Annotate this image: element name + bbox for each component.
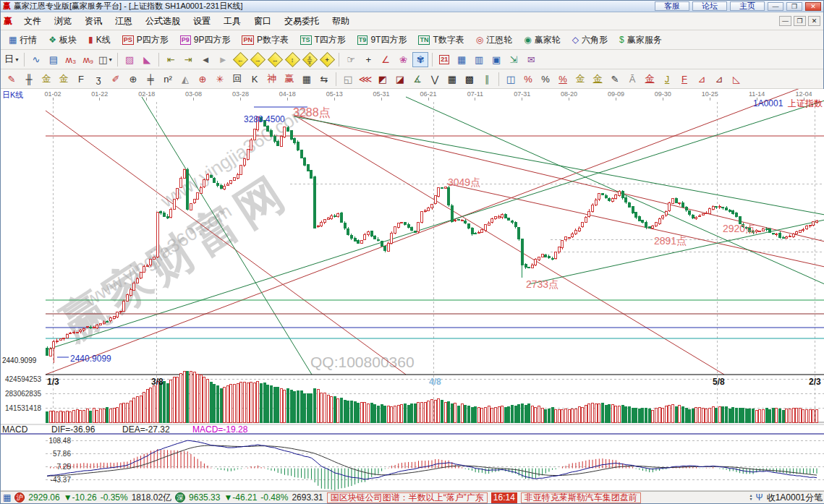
notepad-icon[interactable]: ▥ <box>471 52 487 67</box>
chart-region[interactable]: www.yingjia360.com 赢家财富网 www.yingjia360.… <box>1 89 824 492</box>
spiral-square-icon[interactable]: 回 <box>229 72 245 87</box>
brain-tool-icon[interactable]: ✾ <box>412 52 428 67</box>
h-span-icon[interactable]: ⇆ <box>316 72 332 87</box>
news-ticker-1[interactable]: 国区块链公司图谱：半数以上“落户”广东 <box>327 492 488 503</box>
p-number-button[interactable]: PNP数字表 <box>237 33 294 48</box>
fan-square-b-icon[interactable]: ◪ <box>392 72 408 87</box>
menu-item[interactable]: 帮助 <box>326 13 356 30</box>
info-doc-icon[interactable]: ▤ <box>46 52 61 67</box>
doc-close-button[interactable]: ✕ <box>808 16 820 26</box>
gold-circle-icon[interactable]: 金 <box>572 72 588 87</box>
go-last-icon[interactable]: ⇥ <box>180 52 196 67</box>
gann-vertical-icon[interactable]: ↕ <box>284 52 300 67</box>
gann-horizontal-icon[interactable]: ↔ <box>267 52 283 67</box>
gold-level-icon[interactable]: 金 <box>590 72 606 87</box>
angle-fan-icon[interactable]: ∡ <box>409 72 425 87</box>
ray-fan-icon[interactable]: ⋘ <box>357 72 373 87</box>
forum-button[interactable]: 论坛 <box>692 1 727 11</box>
speed-angle-icon[interactable]: ⊿ <box>694 72 710 87</box>
price-ruler-icon[interactable]: ▦ <box>299 72 315 87</box>
save-icon[interactable]: ▣ <box>488 52 504 67</box>
mirror-tool-icon[interactable]: ◭ <box>177 72 193 87</box>
doc-minimize-button[interactable]: — <box>779 16 791 26</box>
pct-tool-icon[interactable]: % <box>538 72 553 87</box>
gann-hgrid-icon[interactable]: ╫ <box>21 72 37 87</box>
hexagon-button[interactable]: ◇六角形 <box>567 33 613 48</box>
min3-chart-icon[interactable]: ʍ₃ <box>63 52 79 67</box>
dense-grid-b-icon[interactable]: ▩ <box>462 72 477 87</box>
trend-chart-icon[interactable]: ∿ <box>28 52 44 67</box>
go-first-icon[interactable]: ⇤ <box>163 52 179 67</box>
gann-compass-icon[interactable]: ⊕ <box>195 72 211 87</box>
minimize-button[interactable]: — <box>768 2 783 11</box>
circle-grid-icon[interactable]: ⊕ <box>125 72 141 87</box>
window-box-icon[interactable]: ◱ <box>340 72 356 87</box>
pct-level-icon[interactable]: % <box>555 72 571 87</box>
f-angle-icon[interactable]: F <box>676 72 692 87</box>
menu-item[interactable]: 浏览 <box>48 13 78 30</box>
menu-item[interactable]: 江恩 <box>109 13 139 30</box>
shen-tool-icon[interactable]: 神 <box>264 72 280 87</box>
go-prev-icon[interactable]: ◄ <box>197 52 213 67</box>
doc-restore-button[interactable]: ❐ <box>794 16 806 26</box>
gann-left-icon[interactable]: ← <box>232 52 248 67</box>
homepage-button[interactable]: 主页 <box>730 1 765 11</box>
customer-service-button[interactable]: 客服 <box>655 1 689 11</box>
9p-square-button[interactable]: P99P四方形 <box>175 33 236 48</box>
fib-grid-icon[interactable]: F <box>73 72 89 87</box>
dense-grid-a-icon[interactable]: ▦ <box>444 72 460 87</box>
menu-item[interactable]: 设置 <box>187 13 217 30</box>
v-wave-icon[interactable]: ⋁ <box>427 72 443 87</box>
fan-square-a-icon[interactable]: ◩ <box>375 72 391 87</box>
calendar-icon[interactable]: 21 <box>436 52 452 67</box>
close-button[interactable]: ✕ <box>805 2 821 11</box>
menu-item[interactable]: 窗口 <box>247 13 278 30</box>
gann-cross-icon[interactable]: ╬ <box>302 52 318 67</box>
gold-red-icon[interactable]: 金 <box>642 72 658 87</box>
news-ticker-2[interactable]: 非亚特克莱斯勒汽车集团盘前 <box>521 492 641 503</box>
gold-grid-b-icon[interactable]: 金 <box>56 72 72 87</box>
gann-right-icon[interactable]: → <box>250 52 266 67</box>
mail-send-icon[interactable]: ✉ <box>523 52 539 67</box>
ying-tool-icon[interactable]: 赢 <box>281 72 297 87</box>
min9-chart-icon[interactable]: ʍ₉ <box>80 52 96 67</box>
angle-measure-icon[interactable]: ∠ <box>378 52 394 67</box>
price-chart[interactable]: 01-0201-2202-1803-0803-2804-1805-1305-31… <box>1 89 824 492</box>
winner-service-button[interactable]: $赢家服务 <box>614 33 667 48</box>
gann-wheel-small-icon[interactable]: ✳ <box>212 72 228 87</box>
j-angle-icon[interactable]: J <box>659 72 675 87</box>
signal-flag-icon[interactable]: ◣ <box>139 52 155 67</box>
quotes-button[interactable]: ▦行情 <box>4 33 42 48</box>
calculator-icon[interactable]: ▦ <box>454 52 470 67</box>
quote-table-icon[interactable]: ▦ <box>3 492 11 503</box>
ink-brush-icon[interactable]: ✎ <box>607 72 623 87</box>
menu-item[interactable]: 公式选股 <box>139 13 187 30</box>
kline-button[interactable]: ▮K线 <box>83 33 116 48</box>
pct-tool-red-icon[interactable]: % <box>520 72 536 87</box>
draw-brush-icon[interactable]: ✎ <box>4 72 20 87</box>
export-icon[interactable]: ⇲ <box>506 52 522 67</box>
winner-wheel-button[interactable]: ◉赢家轮 <box>519 33 565 48</box>
arc-tool-icon[interactable]: ʒ <box>90 72 106 87</box>
slant-lines-icon[interactable]: ∥ <box>479 72 495 87</box>
go-next-icon[interactable]: ► <box>215 52 231 67</box>
gold-grid-a-icon[interactable]: 金 <box>38 72 54 87</box>
restore-button[interactable]: ❐ <box>786 2 802 11</box>
k-angle-icon[interactable]: K <box>247 72 263 87</box>
menu-item[interactable]: 工具 <box>217 13 247 30</box>
9t-square-button[interactable]: T99T四方形 <box>352 33 412 48</box>
pattern-tool-icon[interactable]: ▨ <box>122 52 137 67</box>
gann-expand-icon[interactable]: + <box>319 52 335 67</box>
ying-angle-icon[interactable]: ⊿ <box>711 72 727 87</box>
t-number-button[interactable]: TNT数字表 <box>413 33 469 48</box>
pan-hand-icon[interactable]: ☞ <box>343 52 359 67</box>
stat-table-icon[interactable]: ◫ <box>503 72 519 87</box>
t-square-button[interactable]: TST四方形 <box>295 33 351 48</box>
menu-item[interactable]: 交易委托 <box>278 13 326 30</box>
ticker-spinner[interactable]: ▴ ▾ <box>750 494 752 501</box>
period-day-icon[interactable]: 日▼ <box>4 52 20 67</box>
avg-channel-icon[interactable]: Ā <box>624 72 640 87</box>
crosshair-icon[interactable]: + <box>360 52 376 67</box>
line-grid-icon[interactable]: ╪ <box>143 72 158 87</box>
multi-angle-icon[interactable]: ◺ <box>729 72 744 87</box>
